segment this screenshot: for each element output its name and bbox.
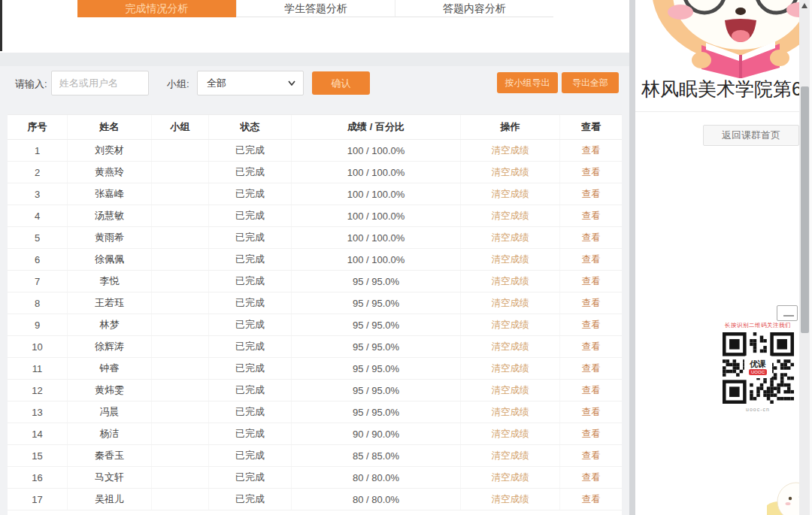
view-link[interactable]: 查看: [582, 341, 601, 353]
table-row: 5黄雨希已完成100 / 100.0%清空成绩查看: [8, 227, 622, 249]
clear-score-link[interactable]: 清空成绩: [492, 319, 529, 332]
cell-group: [152, 205, 209, 226]
analysis-tabs: 完成情况分析 学生答题分析 答题内容分析: [77, 0, 553, 17]
clear-score-link[interactable]: 清空成绩: [492, 232, 529, 244]
cell-status: 已完成: [209, 423, 292, 444]
overlay-box-icon: [777, 305, 798, 321]
clear-score-link[interactable]: 清空成绩: [492, 428, 529, 441]
header-no: 序号: [8, 115, 68, 139]
cell-score: 100 / 100.0%: [292, 249, 461, 270]
cell-no: 10: [8, 336, 68, 357]
clear-score-link[interactable]: 清空成绩: [492, 210, 529, 223]
view-link[interactable]: 查看: [582, 297, 601, 310]
tab-completion-analysis[interactable]: 完成情况分析: [77, 0, 236, 17]
cell-operation: 清空成绩: [461, 271, 560, 292]
view-link[interactable]: 查看: [582, 232, 601, 244]
cell-view: 查看: [560, 140, 622, 161]
cell-score: 85 / 85.0%: [292, 445, 461, 466]
sidebar-divider: [635, 111, 812, 112]
cell-no: 4: [8, 205, 68, 226]
toolbar-divider-strip: [0, 53, 629, 66]
table-header-row: 序号 姓名 小组 状态 成绩 / 百分比 操作 查看: [8, 115, 622, 140]
cell-score: 100 / 100.0%: [292, 205, 461, 226]
group-select[interactable]: 全部: [197, 71, 304, 95]
header-group: 小组: [152, 115, 209, 139]
tab-student-answer-analysis[interactable]: 学生答题分析: [236, 0, 395, 17]
export-all-button[interactable]: 导出全部: [562, 72, 619, 93]
qr-top-caption: 长按识别二维码关注我们: [720, 322, 795, 329]
tab-answer-content-analysis[interactable]: 答题内容分析: [395, 0, 553, 17]
scrollbar-thumb[interactable]: [801, 86, 809, 333]
cell-score: 100 / 100.0%: [292, 140, 461, 161]
cell-score: 95 / 95.0%: [292, 401, 461, 423]
panel-gap: [629, 0, 635, 515]
cell-no: 2: [8, 162, 68, 183]
clear-score-link[interactable]: 清空成绩: [492, 384, 529, 397]
cell-name: 秦香玉: [68, 445, 152, 466]
view-link[interactable]: 查看: [582, 253, 601, 266]
group-select-value: 全部: [207, 77, 226, 89]
view-link[interactable]: 查看: [582, 471, 601, 484]
view-link[interactable]: 查看: [582, 166, 601, 179]
table-row: 8王若珏已完成95 / 95.0%清空成绩查看: [8, 292, 622, 314]
view-link[interactable]: 查看: [582, 210, 601, 223]
clear-score-link[interactable]: 清空成绩: [492, 341, 529, 353]
cell-operation: 清空成绩: [461, 358, 560, 379]
clear-score-link[interactable]: 清空成绩: [492, 493, 529, 506]
back-to-course-home-button[interactable]: 返回课群首页: [703, 125, 799, 146]
clear-score-link[interactable]: 清空成绩: [492, 471, 529, 484]
clear-score-link[interactable]: 清空成绩: [492, 362, 529, 375]
clear-score-link[interactable]: 清空成绩: [492, 275, 529, 288]
table-row: 12黄炜雯已完成95 / 95.0%清空成绩查看: [8, 380, 622, 401]
view-link[interactable]: 查看: [582, 384, 601, 397]
view-link[interactable]: 查看: [582, 144, 601, 157]
table-row: 7李悦已完成95 / 95.0%清空成绩查看: [8, 271, 622, 292]
uooc-logo: 优课 UOOC: [744, 356, 772, 378]
cell-status: 已完成: [209, 140, 292, 161]
cell-score: 90 / 90.0%: [292, 423, 461, 444]
clear-score-link[interactable]: 清空成绩: [492, 253, 529, 266]
chevron-down-icon: [288, 80, 295, 86]
view-link[interactable]: 查看: [582, 188, 601, 201]
clear-score-link[interactable]: 清空成绩: [492, 188, 529, 201]
clear-score-link[interactable]: 清空成绩: [492, 450, 529, 462]
cell-group: [152, 314, 209, 335]
cell-view: 查看: [560, 314, 622, 335]
view-link[interactable]: 查看: [582, 275, 601, 288]
cell-view: 查看: [560, 292, 622, 314]
cell-no: 16: [8, 467, 68, 488]
scroll-up-arrow-icon[interactable]: [801, 3, 807, 8]
cell-score: 100 / 100.0%: [292, 227, 461, 248]
clear-score-link[interactable]: 清空成绩: [492, 406, 529, 419]
cell-name: 张嘉峰: [68, 183, 152, 204]
view-link[interactable]: 查看: [582, 319, 601, 332]
cell-name: 吴祖儿: [68, 489, 152, 510]
header-operation: 操作: [461, 115, 560, 139]
group-filter-label: 小组:: [167, 77, 189, 91]
clear-score-link[interactable]: 清空成绩: [492, 144, 529, 157]
cell-view: 查看: [560, 162, 622, 183]
cell-group: [152, 271, 209, 292]
cell-score: 95 / 95.0%: [292, 271, 461, 292]
view-link[interactable]: 查看: [582, 406, 601, 419]
clear-score-link[interactable]: 清空成绩: [492, 297, 529, 310]
view-link[interactable]: 查看: [582, 362, 601, 375]
search-input-label: 请输入:: [15, 77, 47, 91]
view-link[interactable]: 查看: [582, 493, 601, 506]
cell-no: 14: [8, 423, 68, 444]
export-by-group-button[interactable]: 按小组导出: [497, 72, 558, 93]
cell-no: 11: [8, 358, 68, 379]
cell-group: [152, 423, 209, 444]
cell-name: 杨洁: [68, 423, 152, 444]
cell-no: 9: [8, 314, 68, 335]
clear-score-link[interactable]: 清空成绩: [492, 166, 529, 179]
confirm-button[interactable]: 确认: [312, 71, 370, 95]
view-link[interactable]: 查看: [582, 428, 601, 441]
cell-name: 汤慧敏: [68, 205, 152, 226]
view-link[interactable]: 查看: [582, 450, 601, 462]
cell-group: [152, 162, 209, 183]
cell-status: 已完成: [209, 292, 292, 314]
cell-view: 查看: [560, 467, 622, 488]
cell-view: 查看: [560, 183, 622, 204]
search-input[interactable]: [51, 71, 149, 95]
